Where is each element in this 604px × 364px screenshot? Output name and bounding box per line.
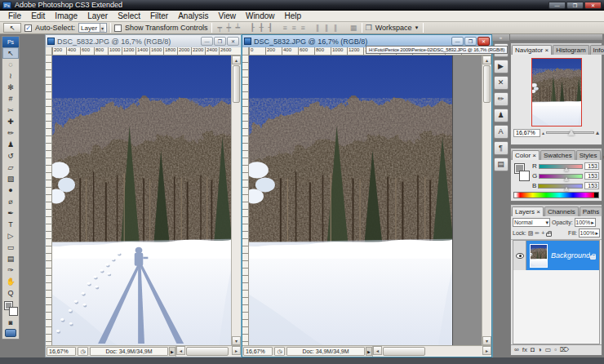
tab-info[interactable]: Info (590, 45, 604, 55)
quick-mask-button[interactable]: ◙ (2, 318, 19, 328)
zoom-in-icon[interactable]: ▴ (596, 129, 599, 136)
type-tool[interactable]: T (2, 219, 19, 230)
dock-collapse-chevrons-icon[interactable]: » (492, 34, 509, 41)
path-selection-tool[interactable]: ▷ (2, 230, 19, 242)
scroll-down-icon[interactable]: ▾ (482, 336, 491, 345)
panel-dock-header[interactable] (510, 34, 602, 40)
tab-navigator[interactable]: Navigator × (512, 45, 552, 55)
minimize-button[interactable]: — (548, 2, 566, 9)
tab-layers[interactable]: Layers × (512, 206, 544, 216)
menu-item[interactable]: Select (113, 11, 145, 20)
slice-tool[interactable]: ✂ (2, 104, 19, 116)
zoom-out-icon[interactable]: ▴ (542, 130, 544, 135)
align-bottom-edges-icon[interactable]: ┷ (233, 23, 242, 33)
align-left-edges-icon[interactable]: ┠ (248, 23, 257, 33)
align-horizontal-centers-icon[interactable]: ╂ (257, 23, 266, 33)
vertical-scrollbar[interactable]: ▴ ▾ (482, 55, 491, 345)
eyedropper-tool[interactable]: ✑ (2, 264, 19, 276)
menu-item[interactable]: Layer (82, 11, 113, 20)
blur-tool[interactable]: ● (2, 184, 19, 196)
zoom-tool[interactable]: Q (2, 287, 19, 299)
opacity-field[interactable]: 100% ▸ (575, 218, 596, 227)
marquee-tool[interactable]: ◌ (2, 59, 19, 70)
shape-tool[interactable]: ▭ (2, 242, 19, 253)
scroll-left-icon[interactable]: ◂ (176, 346, 185, 355)
slider-thumb[interactable] (564, 187, 569, 191)
horizontal-scrollbar[interactable]: ◂ ▸ (372, 346, 491, 357)
doc-close-button[interactable]: ✕ (477, 37, 490, 46)
slider-thumb[interactable] (564, 177, 569, 181)
slider-thumb[interactable] (564, 167, 569, 171)
dodge-tool[interactable]: ⌀ (2, 196, 19, 207)
layer-style-icon[interactable]: fx (522, 345, 527, 355)
layer-name[interactable]: Background (551, 251, 590, 260)
layer-row-background[interactable]: Background (513, 241, 599, 270)
new-layer-icon[interactable]: ▫ (554, 345, 557, 355)
auto-select-dropdown[interactable]: Layer ▾ (78, 23, 107, 33)
menu-item[interactable]: Filter (145, 11, 173, 20)
fill-field[interactable]: 100% ▸ (579, 229, 600, 237)
align-vertical-centers-icon[interactable]: ┿ (224, 23, 233, 33)
navigator-zoom-slider[interactable] (546, 131, 594, 134)
zoom-level[interactable]: 16,67% (243, 347, 273, 356)
scroll-left-icon[interactable]: ◂ (373, 346, 382, 355)
layer-mask-icon[interactable]: ◘ (531, 345, 535, 355)
blend-mode-dropdown[interactable]: Normal ▾ (513, 218, 550, 227)
scrollbar-thumb[interactable] (186, 347, 229, 356)
menu-item[interactable]: Edit (26, 11, 50, 20)
notes-tool[interactable]: ▤ (2, 253, 19, 264)
channel-slider[interactable] (539, 174, 583, 179)
delete-layer-icon[interactable]: ⌦ (560, 345, 569, 355)
panel-menu-icon[interactable]: ≡ (602, 154, 604, 160)
visibility-toggle[interactable] (513, 241, 526, 270)
tab-styles[interactable]: Styles (576, 150, 601, 160)
distribute-right-edges-icon[interactable]: ∥ (331, 23, 340, 33)
doc-maximize-button[interactable]: ❐ (464, 37, 477, 46)
background-color-swatch[interactable] (519, 171, 530, 181)
history-brush-tool[interactable]: ↺ (2, 150, 19, 162)
lock-all-icon[interactable] (546, 233, 552, 237)
align-top-edges-icon[interactable]: ┯ (215, 23, 224, 33)
canvas[interactable] (249, 55, 482, 345)
tab-swatches[interactable]: Swatches (540, 150, 575, 160)
scrollbar-thumb[interactable] (483, 65, 491, 103)
horizontal-scrollbar[interactable]: ◂ ▸ (175, 346, 241, 357)
magic-wand-tool[interactable]: ✻ (2, 82, 19, 93)
doc-minimize-button[interactable]: — (451, 37, 464, 46)
tab-channels[interactable]: Channels (544, 206, 579, 216)
photo-retouched[interactable] (249, 55, 453, 345)
distribute-left-edges-icon[interactable]: ∥ (313, 23, 322, 33)
scroll-up-icon[interactable]: ▴ (232, 55, 241, 64)
lock-position-icon[interactable]: + (541, 230, 544, 236)
channel-value-field[interactable]: 153 (584, 182, 599, 189)
color-spectrum-ramp[interactable] (513, 192, 599, 198)
doc-maximize-button[interactable]: ❐ (214, 37, 226, 46)
screen-mode-button[interactable] (5, 329, 16, 337)
tool-preset-picker[interactable]: ↖ (3, 23, 21, 33)
channel-slider[interactable] (538, 184, 583, 189)
lock-transparency-icon[interactable]: ▨ (528, 230, 534, 237)
scroll-down-icon[interactable]: ▾ (232, 336, 241, 345)
canvas[interactable] (52, 55, 231, 345)
status-menu-arrow-icon[interactable]: ▶ (169, 347, 175, 356)
clone-stamp-tool[interactable]: ♟ (2, 139, 19, 150)
tab-paths[interactable]: Paths (580, 206, 602, 216)
pen-tool[interactable]: ✒ (2, 207, 19, 219)
scrollbar-thumb[interactable] (233, 65, 240, 103)
document-title-bar[interactable]: DSC_5832.JPG @ 16,7% (RGB/8) — ❐ ✕ (46, 35, 241, 47)
healing-brush-tool[interactable]: ✚ (2, 116, 19, 127)
status-menu-arrow-icon[interactable]: ▶ (366, 347, 372, 356)
distribute-horizontal-centers-icon[interactable]: ∥ (322, 23, 331, 33)
navigator-preview[interactable] (511, 55, 602, 128)
vertical-scrollbar[interactable]: ▴ ▾ (231, 55, 241, 345)
gradient-tool[interactable]: ▧ (2, 173, 19, 184)
title-bar[interactable]: Ps Adobe Photoshop CS3 Extended — ❐ ✕ (0, 0, 604, 11)
brushes-panel-icon[interactable]: ✏ (494, 92, 509, 106)
distribute-vertical-centers-icon[interactable]: ≡ (290, 23, 299, 33)
distribute-bottom-edges-icon[interactable]: ≡ (299, 23, 308, 33)
clone-source-panel-icon[interactable]: ♟ (494, 109, 509, 122)
show-transform-checkbox[interactable] (114, 24, 122, 32)
scrollbar-thumb[interactable] (383, 347, 425, 356)
menu-item[interactable]: Help (280, 11, 307, 20)
menu-item[interactable]: Window (241, 11, 280, 20)
